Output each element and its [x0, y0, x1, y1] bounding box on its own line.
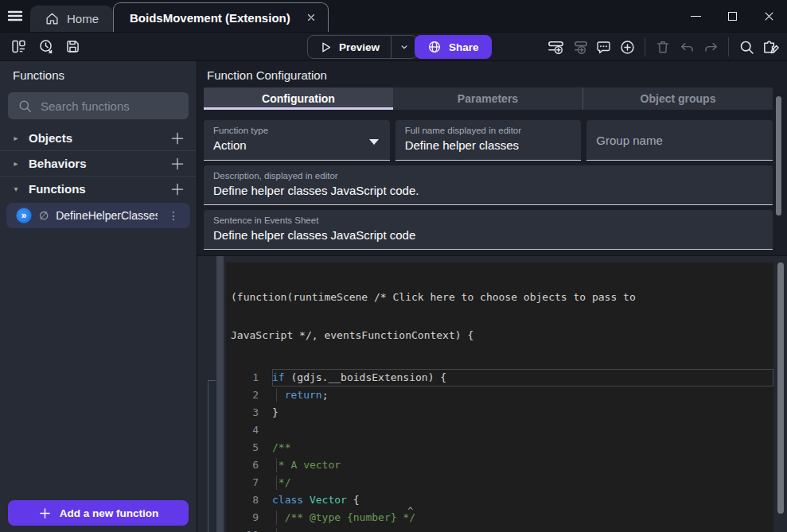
code-line-5[interactable]: 5/**: [226, 439, 773, 456]
line-content: return;: [272, 386, 773, 404]
preview-split-button: Preview: [307, 35, 418, 59]
preview-options-button[interactable]: [391, 36, 417, 58]
function-type-value: Action: [213, 138, 380, 152]
preview-button[interactable]: Preview: [308, 36, 391, 58]
code-line-8[interactable]: 8class Vector {: [226, 491, 773, 509]
delete-button[interactable]: [653, 37, 673, 57]
sentence-label: Sentence in Events Sheet: [213, 216, 763, 225]
close-icon: [763, 10, 775, 22]
search-icon: [18, 99, 33, 114]
titlebar: Home BoidsMovement (Extension): [0, 0, 787, 32]
events-sheet: (function(runtimeScene /* Click here to …: [197, 255, 787, 532]
dropdown-arrow-icon: [369, 139, 379, 145]
add-event-button[interactable]: [545, 37, 566, 57]
tab-close-button[interactable]: [306, 12, 317, 23]
toolbar: Preview Share: [0, 32, 787, 60]
extension-edit-icon: [762, 38, 780, 56]
code-line-4[interactable]: 4: [226, 421, 773, 439]
tab-configuration[interactable]: Configuration: [204, 87, 393, 110]
functions-sidebar: Functions ▸ Objects ▸ Behaviors: [0, 61, 197, 532]
minimize-button[interactable]: [677, 0, 714, 32]
editor-resize-caret-icon[interactable]: ^: [407, 506, 413, 517]
full-name-value: Define helper classes: [405, 138, 572, 152]
search-functions-box[interactable]: [8, 92, 189, 119]
events-scrollbar[interactable]: [777, 262, 784, 514]
chevron-down-icon: ▾: [11, 184, 21, 193]
function-type-select[interactable]: Function type Action: [204, 120, 390, 161]
toolbar-separator: [728, 37, 729, 56]
minimize-icon: [691, 16, 701, 17]
sidebar-section-objects[interactable]: ▸ Objects: [0, 126, 197, 150]
code-line-1[interactable]: 1if (gdjs.__boidsExtension) {: [226, 369, 773, 386]
save-button[interactable]: [62, 37, 83, 57]
full-name-field[interactable]: Full name displayed in editor Define hel…: [395, 120, 582, 161]
home-icon: [45, 11, 60, 26]
indent-guide: [276, 458, 277, 472]
add-comment-button[interactable]: [593, 37, 614, 57]
tab-object-groups[interactable]: Object groups: [582, 87, 773, 110]
code-line-7[interactable]: 7 */: [226, 474, 773, 491]
search-events-button[interactable]: [736, 37, 757, 57]
code-line-3[interactable]: 3}: [226, 404, 773, 421]
project-manager-button[interactable]: [8, 37, 29, 57]
section-objects-label: Objects: [29, 131, 162, 145]
add-function-plus-button[interactable]: [169, 181, 185, 197]
tab-parameters[interactable]: Parameters: [393, 87, 582, 110]
function-item-menu-button[interactable]: ⋮: [165, 209, 182, 222]
redo-button[interactable]: [700, 37, 721, 57]
description-label: Description, displayed in editor: [213, 171, 763, 181]
add-object-button[interactable]: [169, 130, 185, 146]
history-button[interactable]: [35, 37, 56, 57]
event-drag-handle[interactable]: [216, 256, 224, 532]
section-behaviors-label: Behaviors: [29, 157, 162, 170]
add-subevent-button[interactable]: [569, 37, 590, 57]
section-functions-label: Functions: [29, 182, 162, 196]
tab-extension[interactable]: BoidsMovement (Extension): [113, 2, 329, 32]
code-lines: 1if (gdjs.__boidsExtension) {2 return;3}…: [226, 369, 773, 532]
indent-guide: [276, 388, 277, 402]
add-button[interactable]: [617, 37, 637, 57]
edit-extension-button[interactable]: [760, 37, 781, 57]
panels-layout-icon: [10, 38, 27, 55]
code-line-9[interactable]: 9 /** @type {number} */: [226, 509, 773, 526]
code-line-10[interactable]: 10 x;: [226, 526, 773, 532]
undo-icon: [679, 39, 695, 56]
sidebar-title: Functions: [0, 61, 197, 87]
sentence-field[interactable]: Sentence in Events Sheet Define helper c…: [204, 210, 773, 250]
code-line-6[interactable]: 6 * A vector: [226, 456, 773, 474]
share-button[interactable]: Share: [415, 35, 492, 59]
private-icon: ∅: [39, 209, 49, 222]
undo-button[interactable]: [676, 37, 697, 57]
main-menu-button[interactable]: [0, 0, 30, 32]
javascript-code-editor[interactable]: (function(runtimeScene /* Click here to …: [226, 262, 773, 532]
group-name-field[interactable]: Group name: [586, 120, 773, 161]
line-content: if (gdjs.__boidsExtension) {: [272, 369, 773, 386]
sidebar-section-functions[interactable]: ▾ Functions: [0, 177, 197, 201]
plus-circle-icon: [619, 39, 636, 56]
share-label: Share: [449, 41, 479, 53]
line-number: 1: [226, 369, 272, 386]
sidebar-section-behaviors[interactable]: ▸ Behaviors: [0, 151, 197, 176]
close-icon: [306, 12, 317, 23]
close-window-button[interactable]: [750, 0, 787, 32]
description-field[interactable]: Description, displayed in editor Define …: [204, 165, 773, 205]
tab-home[interactable]: Home: [30, 6, 113, 32]
code-header[interactable]: (function(runtimeScene /* Click here to …: [226, 262, 773, 369]
preview-label: Preview: [339, 41, 380, 53]
code-line-2[interactable]: 2 return;: [226, 386, 773, 404]
chevron-down-icon: [399, 41, 410, 52]
function-configuration-panel: Function Configuration Configuration Par…: [197, 61, 787, 255]
add-new-function-button[interactable]: Add a new function: [8, 500, 189, 526]
line-number: 2: [226, 386, 272, 404]
line-number: 10: [226, 526, 272, 532]
config-scrollbar[interactable]: [776, 96, 781, 216]
event-outline: [208, 380, 216, 532]
maximize-button[interactable]: [714, 0, 750, 32]
tab-home-label: Home: [67, 12, 99, 25]
add-behavior-button[interactable]: [169, 156, 185, 172]
hamburger-icon: [6, 6, 25, 25]
function-list-item-selected[interactable]: » ∅ DefineHelperClasses ⋮: [6, 203, 190, 228]
plus-icon: [38, 507, 52, 520]
add-event-icon: [547, 38, 565, 56]
search-functions-input[interactable]: [41, 99, 199, 113]
